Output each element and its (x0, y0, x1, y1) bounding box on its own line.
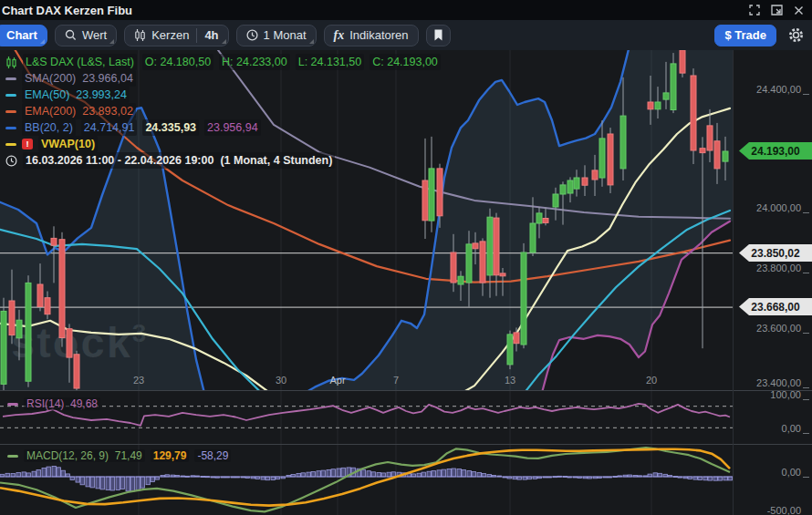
candlestick-icon (134, 29, 146, 42)
popout-icon[interactable] (771, 5, 783, 15)
visible-range-detail: (1 Monat, 4 Stunden) (220, 154, 332, 167)
bookmark-button[interactable] (426, 25, 451, 46)
level-badge: 23.668,00 (739, 298, 812, 315)
ema50-label: EMA(50) (25, 88, 69, 101)
macd-line-swatch (7, 455, 18, 458)
legend-range-row: 16.03.2026 11:00 - 22.04.2026 19:00 (1 M… (5, 152, 441, 169)
ema200-value: 23.893,02 (82, 105, 133, 118)
chart-menu-button[interactable]: Chart (0, 25, 47, 46)
last-price-badge: 24.193,00 (739, 142, 812, 160)
visible-range: 16.03.2026 11:00 - 22.04.2026 19:00 (26, 154, 213, 167)
interval-label[interactable]: 4h (204, 28, 218, 42)
time-range-button[interactable]: 1 Monat (236, 25, 317, 46)
rsi-legend[interactable]: RSI(14) 49,68 (7, 397, 100, 410)
date-tick: 20 (633, 375, 670, 386)
date-tick: 30 (263, 375, 299, 386)
macd-label: MACD(12, 26, 9) (26, 449, 109, 462)
ohlc-open: O: 24.180,50 (142, 54, 213, 70)
sma200-label: SMA(200) (25, 72, 76, 85)
chart-legend: L&S DAX (L&S, Last) O: 24.180,50 H: 24.2… (5, 54, 441, 169)
level-badge: 23.850,02 (739, 244, 812, 262)
price-tick: 24.000,00 (735, 202, 801, 213)
bb-line-swatch (5, 127, 16, 129)
instrument-candle-icon (5, 57, 17, 68)
trade-button[interactable]: $ Trade (714, 25, 776, 46)
close-icon[interactable] (794, 5, 804, 15)
ema50-value: 23.993,24 (76, 88, 127, 101)
bb-lower-value: 23.956,94 (204, 119, 261, 136)
ohlc-low: L: 24.131,50 (296, 54, 365, 70)
bb-middle-value: 24.335,93 (142, 119, 199, 136)
date-tick: 13 (492, 375, 528, 386)
price-tick: 23.400,00 (735, 377, 801, 388)
price-tick: 23.600,00 (735, 323, 801, 334)
ema50-line-swatch (5, 94, 16, 97)
fullscreen-icon[interactable] (749, 5, 760, 15)
instrument-name: L&S DAX (L&S, Last) (23, 54, 137, 70)
macd-tick: -500,00 (735, 505, 801, 515)
rsi-value: 49,68 (70, 397, 98, 410)
clock-icon (5, 155, 17, 167)
vwap-warning-icon: ! (22, 139, 33, 149)
gear-icon (787, 26, 805, 44)
vwap-line-swatch (5, 143, 16, 146)
legend-instrument-row[interactable]: L&S DAX (L&S, Last) O: 24.180,50 H: 24.2… (5, 54, 441, 70)
instrument-search-button[interactable]: Wert (55, 25, 117, 46)
rsi-tick: 100,00 (735, 389, 801, 400)
legend-sma200-row[interactable]: SMA(200) 23.966,04 (5, 70, 441, 87)
bb-label: BB(20, 2) (22, 119, 76, 136)
macd-hist-value: -58,29 (194, 449, 231, 462)
legend-bb-row[interactable]: BB(20, 2) 24.714,91 24.335,93 23.956,94 (5, 119, 441, 136)
price-tick: 24.400,00 (735, 84, 801, 95)
ema200-line-swatch (5, 110, 16, 113)
rsi-line-swatch (7, 403, 18, 406)
chart-window: stock3 Chart DAX Kerzen Fibu Chart Wert … (0, 0, 812, 515)
clock-icon (246, 29, 258, 41)
date-tick: 23 (120, 375, 157, 386)
macd-tick: 0,00 (735, 467, 801, 478)
button-divider (196, 28, 197, 43)
legend-ema200-row[interactable]: EMA(200) 23.893,02 (5, 103, 441, 119)
chart-type-interval-button[interactable]: Kerzen 4h (124, 25, 228, 46)
search-icon (65, 29, 77, 41)
rsi-tick: 0,00 (735, 423, 801, 434)
price-tick: 23.800,00 (735, 263, 801, 273)
macd-value: 71,49 (115, 449, 142, 462)
legend-vwap-row[interactable]: ! VWAP(10) (5, 136, 441, 152)
bb-upper-value: 24.714,91 (81, 119, 138, 136)
ohlc-high: H: 24.233,00 (219, 54, 290, 70)
window-titlebar: Chart DAX Kerzen Fibu (0, 0, 812, 20)
chart-type-label: Kerzen (151, 28, 189, 42)
rsi-label: RSI(14) (26, 397, 64, 410)
macd-signal-value: 129,79 (151, 449, 190, 462)
bookmark-icon (433, 29, 443, 41)
window-title: Chart DAX Kerzen Fibu (0, 4, 132, 17)
toolbar: Chart Wert Kerzen 4h 1 Monat fx Indikato… (0, 20, 812, 50)
macd-legend[interactable]: MACD(12, 26, 9) 71,49 129,79 -58,29 (7, 449, 231, 462)
date-tick: 7 (378, 375, 414, 386)
vwap-label: VWAP(10) (38, 136, 98, 152)
indicators-button[interactable]: fx Indikatoren (324, 25, 419, 46)
sma200-line-swatch (5, 77, 16, 80)
date-tick: Apr (319, 375, 356, 386)
settings-button[interactable] (784, 25, 808, 46)
sma200-value: 23.966,04 (82, 72, 133, 85)
ohlc-close: C: 24.193,00 (370, 54, 441, 70)
fx-icon: fx (334, 28, 345, 43)
ema200-label: EMA(200) (25, 105, 76, 118)
legend-ema50-row[interactable]: EMA(50) 23.993,24 (5, 87, 441, 103)
